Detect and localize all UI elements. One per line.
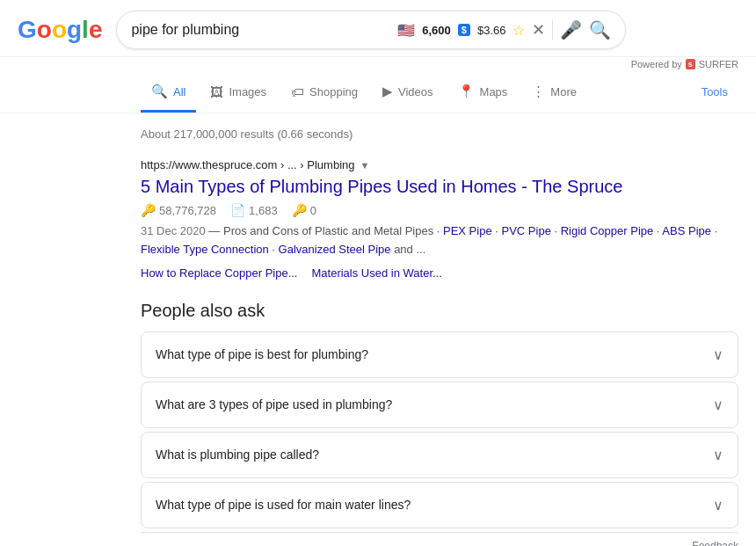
tab-all[interactable]: 🔍 All <box>141 73 196 113</box>
stat-value-2: 1,683 <box>249 204 278 217</box>
nav-tabs: 🔍 All 🖼 Images 🏷 Shopping ▶ Videos 📍 Map… <box>0 73 756 113</box>
search-input[interactable] <box>131 22 390 38</box>
stat-value-3: 0 <box>310 204 316 217</box>
snippet-link-copper[interactable]: Rigid Copper Pipe <box>561 224 654 237</box>
paa-chevron-4: ∨ <box>713 497 723 513</box>
result-url: https://www.thespruce.com › ... › Plumbi… <box>141 158 354 171</box>
stat-value-1: 58,776,728 <box>159 204 216 217</box>
tab-more[interactable]: ⋮ More <box>521 73 587 113</box>
tools-button[interactable]: Tools <box>691 75 738 112</box>
all-icon: 🔍 <box>151 84 168 99</box>
google-logo: Google <box>18 16 102 44</box>
paa-item-1[interactable]: What type of pipe is best for plumbing? … <box>141 331 738 378</box>
tab-more-label: More <box>550 85 577 98</box>
stat-item-1: 🔑 58,776,728 <box>141 203 216 217</box>
flag-icon: 🇺🇸 <box>397 22 415 39</box>
keyword-volume: 6,600 <box>422 24 451 37</box>
logo-g: G <box>18 16 37 44</box>
paa-chevron-1: ∨ <box>713 346 723 363</box>
result-stats: 🔑 58,776,728 📄 1,683 🔑 0 <box>141 203 738 217</box>
tools-label: Tools <box>701 85 728 98</box>
key-icon-2: 🔑 <box>292 203 307 217</box>
shopping-icon: 🏷 <box>291 84 304 99</box>
tab-images-label: Images <box>229 85 266 98</box>
surfer-brand-label: SURFER <box>699 59 738 69</box>
logo-o1: o <box>37 16 52 44</box>
results-count: About 217,000,000 results (0.66 seconds) <box>141 127 738 141</box>
result-snippet: 31 Dec 2020 — Pros and Cons of Plastic a… <box>141 222 738 259</box>
header: Google 🇺🇸 6,600 $ $3.66 ☆ ✕ 🎤 🔍 <box>0 0 756 57</box>
surfer-logo-icon: s <box>686 59 695 69</box>
images-icon: 🖼 <box>210 84 223 99</box>
logo-e: e <box>89 16 103 44</box>
search-bar[interactable]: 🇺🇸 6,600 $ $3.66 ☆ ✕ 🎤 🔍 <box>116 11 626 49</box>
videos-icon: ▶ <box>382 84 393 99</box>
result-url-line: https://www.thespruce.com › ... › Plumbi… <box>141 158 738 171</box>
surfer-badge: Powered by s SURFER <box>0 57 756 73</box>
powered-by-label: Powered by <box>631 59 682 69</box>
snippet-link-galvanized[interactable]: Galvanized Steel Pipe <box>279 243 391 256</box>
search-submit-icon[interactable]: 🔍 <box>589 19 611 40</box>
feedback-link[interactable]: Feedback <box>692 540 738 546</box>
result-title[interactable]: 5 Main Types of Plumbing Pipes Used in H… <box>141 175 738 198</box>
sub-link-1[interactable]: How to Replace Copper Pipe... <box>141 266 297 280</box>
clear-icon[interactable]: ✕ <box>532 20 545 40</box>
paa-item-2[interactable]: What are 3 types of pipe used in plumbin… <box>141 382 738 428</box>
people-also-ask-section: People also ask What type of pipe is bes… <box>141 301 738 528</box>
paa-title: People also ask <box>141 301 738 321</box>
tab-maps-label: Maps <box>480 85 508 98</box>
tab-maps[interactable]: 📍 Maps <box>447 73 519 113</box>
stat-item-2: 📄 1,683 <box>230 203 278 217</box>
tab-images[interactable]: 🖼 Images <box>200 74 277 113</box>
maps-icon: 📍 <box>458 84 475 99</box>
search-bar-container: 🇺🇸 6,600 $ $3.66 ☆ ✕ 🎤 🔍 <box>116 11 626 49</box>
star-icon[interactable]: ☆ <box>512 22 525 39</box>
feedback-row: Feedback <box>141 532 738 546</box>
tab-shopping[interactable]: 🏷 Shopping <box>280 74 368 113</box>
tab-videos[interactable]: ▶ Videos <box>372 73 444 113</box>
snippet-link-pvc[interactable]: PVC Pipe <box>502 224 551 237</box>
search-bar-right: 🇺🇸 6,600 $ $3.66 ☆ ✕ 🎤 🔍 <box>397 19 611 40</box>
paa-chevron-2: ∨ <box>713 397 723 413</box>
main-content: About 217,000,000 results (0.66 seconds)… <box>0 113 756 546</box>
more-icon: ⋮ <box>532 84 545 99</box>
stat-item-3: 🔑 0 <box>292 203 316 217</box>
logo-l: l <box>82 16 89 44</box>
logo-o2: o <box>52 16 67 44</box>
paa-item-4[interactable]: What type of pipe is used for main water… <box>141 482 738 528</box>
snippet-link-abs[interactable]: ABS Pipe <box>662 224 711 237</box>
paa-question-1: What type of pipe is best for plumbing? <box>156 347 368 361</box>
snippet-link-pex[interactable]: PEX Pipe <box>443 224 492 237</box>
snippet-text: — Pros and Cons of Plastic and Metal Pip… <box>141 224 717 256</box>
mic-icon[interactable]: 🎤 <box>560 19 582 40</box>
snippet-link-flexible[interactable]: Flexible Type Connection <box>141 243 269 256</box>
result-url-dropdown-icon[interactable]: ▼ <box>360 160 369 171</box>
divider <box>552 19 553 40</box>
tab-all-label: All <box>173 85 185 98</box>
tab-shopping-label: Shopping <box>309 85 358 98</box>
paa-question-3: What is plumbing pipe called? <box>156 448 319 462</box>
page-icon: 📄 <box>230 203 245 217</box>
sub-link-2[interactable]: Materials Used in Water... <box>311 266 441 280</box>
paa-chevron-3: ∨ <box>713 447 723 463</box>
paa-question-4: What type of pipe is used for main water… <box>156 498 411 512</box>
tab-videos-label: Videos <box>398 85 433 98</box>
key-icon-1: 🔑 <box>141 203 156 217</box>
paa-question-2: What are 3 types of pipe used in plumbin… <box>156 397 392 411</box>
sub-links: How to Replace Copper Pipe... Materials … <box>141 266 738 280</box>
cpc-value: $3.66 <box>477 24 506 37</box>
paa-item-3[interactable]: What is plumbing pipe called? ∨ <box>141 432 738 478</box>
logo-g2: g <box>67 16 82 44</box>
search-result-1: https://www.thespruce.com › ... › Plumbi… <box>141 158 738 280</box>
dollar-badge: $ <box>458 24 470 36</box>
snippet-date: 31 Dec 2020 <box>141 224 206 237</box>
